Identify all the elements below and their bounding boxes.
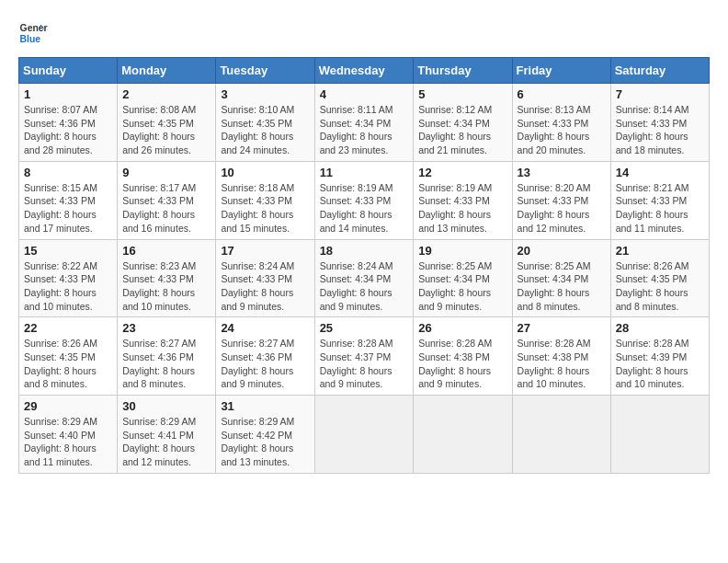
calendar-cell: 19 Sunrise: 8:25 AM Sunset: 4:34 PM Dayl… [414,239,512,317]
day-number: 28 [616,321,704,335]
week-row-4: 22 Sunrise: 8:26 AM Sunset: 4:35 PM Dayl… [19,317,710,396]
sunset-label: Sunset: 4:34 PM [418,118,490,129]
sunrise-label: Sunrise: 8:26 AM [24,338,97,349]
day-info: Sunrise: 8:11 AM Sunset: 4:34 PM Dayligh… [320,103,409,157]
calendar-cell: 16 Sunrise: 8:23 AM Sunset: 4:33 PM Dayl… [118,239,216,317]
daylight-label: Daylight: 8 hours and 11 minutes. [616,209,688,234]
sunset-label: Sunset: 4:35 PM [616,273,688,284]
sunrise-label: Sunrise: 8:08 AM [122,104,196,115]
day-number: 25 [320,321,409,335]
day-number: 19 [418,244,506,258]
day-number: 27 [518,321,606,335]
svg-text:Blue: Blue [20,34,41,44]
sunrise-label: Sunrise: 8:25 AM [518,260,591,271]
sunset-label: Sunset: 4:38 PM [518,351,589,362]
calendar-cell: 28 Sunrise: 8:28 AM Sunset: 4:39 PM Dayl… [610,317,709,396]
header: General Blue [18,18,710,48]
daylight-label: Daylight: 8 hours and 10 minutes. [122,287,195,312]
sunrise-label: Sunrise: 8:12 AM [418,104,492,115]
calendar-cell [512,396,610,474]
day-number: 3 [221,87,309,101]
sunrise-label: Sunrise: 8:29 AM [24,416,97,427]
day-number: 31 [221,399,309,413]
sunrise-label: Sunrise: 8:17 AM [122,182,196,193]
day-header-thursday: Thursday [414,58,512,84]
day-number: 16 [122,244,210,258]
calendar-cell: 4 Sunrise: 8:11 AM Sunset: 4:34 PM Dayli… [314,84,414,162]
calendar-cell: 2 Sunrise: 8:08 AM Sunset: 4:35 PM Dayli… [118,84,216,162]
day-info: Sunrise: 8:24 AM Sunset: 4:33 PM Dayligh… [221,259,309,314]
day-info: Sunrise: 8:28 AM Sunset: 4:38 PM Dayligh… [418,337,506,391]
day-number: 12 [418,166,506,179]
week-row-3: 15 Sunrise: 8:22 AM Sunset: 4:33 PM Dayl… [19,239,710,317]
daylight-label: Daylight: 8 hours and 18 minutes. [616,131,688,155]
calendar-cell: 31 Sunrise: 8:29 AM Sunset: 4:42 PM Dayl… [216,396,314,474]
day-info: Sunrise: 8:19 AM Sunset: 4:33 PM Dayligh… [320,181,409,236]
sunrise-label: Sunrise: 8:22 AM [24,260,97,271]
daylight-label: Daylight: 8 hours and 23 minutes. [320,131,392,155]
calendar-cell: 29 Sunrise: 8:29 AM Sunset: 4:40 PM Dayl… [19,396,118,474]
day-info: Sunrise: 8:07 AM Sunset: 4:36 PM Dayligh… [24,103,112,157]
calendar-cell: 30 Sunrise: 8:29 AM Sunset: 4:41 PM Dayl… [118,396,216,474]
calendar-cell: 15 Sunrise: 8:22 AM Sunset: 4:33 PM Dayl… [19,239,118,317]
sunrise-label: Sunrise: 8:24 AM [320,260,393,271]
sunrise-label: Sunrise: 8:25 AM [418,260,492,271]
sunrise-label: Sunrise: 8:21 AM [616,182,689,193]
sunset-label: Sunset: 4:38 PM [418,351,490,362]
daylight-label: Daylight: 8 hours and 8 minutes. [616,287,688,312]
sunrise-label: Sunrise: 8:28 AM [418,338,492,349]
day-info: Sunrise: 8:23 AM Sunset: 4:33 PM Dayligh… [122,259,210,314]
week-row-5: 29 Sunrise: 8:29 AM Sunset: 4:40 PM Dayl… [19,396,710,474]
sunset-label: Sunset: 4:34 PM [418,273,490,284]
sunset-label: Sunset: 4:42 PM [221,430,292,441]
calendar-cell: 20 Sunrise: 8:25 AM Sunset: 4:34 PM Dayl… [512,239,610,317]
day-number: 10 [221,166,309,179]
calendar-cell [314,396,414,474]
daylight-label: Daylight: 8 hours and 9 minutes. [418,365,491,390]
day-info: Sunrise: 8:28 AM Sunset: 4:39 PM Dayligh… [616,337,704,391]
calendar-cell: 8 Sunrise: 8:15 AM Sunset: 4:33 PM Dayli… [19,161,118,239]
sunset-label: Sunset: 4:37 PM [320,351,392,362]
calendar-cell: 12 Sunrise: 8:19 AM Sunset: 4:33 PM Dayl… [414,161,512,239]
day-number: 15 [24,244,112,258]
daylight-label: Daylight: 8 hours and 12 minutes. [122,442,195,467]
day-info: Sunrise: 8:10 AM Sunset: 4:35 PM Dayligh… [221,103,309,157]
daylight-label: Daylight: 8 hours and 26 minutes. [122,131,195,155]
day-header-sunday: Sunday [19,58,118,84]
day-number: 18 [320,244,409,258]
sunrise-label: Sunrise: 8:13 AM [518,104,591,115]
calendar-cell: 21 Sunrise: 8:26 AM Sunset: 4:35 PM Dayl… [610,239,709,317]
day-info: Sunrise: 8:19 AM Sunset: 4:33 PM Dayligh… [418,181,506,236]
sunset-label: Sunset: 4:33 PM [616,195,688,206]
sunset-label: Sunset: 4:33 PM [122,195,194,206]
day-header-monday: Monday [118,58,216,84]
sunset-label: Sunset: 4:34 PM [518,273,589,284]
sunrise-label: Sunrise: 8:11 AM [320,104,393,115]
day-info: Sunrise: 8:08 AM Sunset: 4:35 PM Dayligh… [122,103,210,157]
daylight-label: Daylight: 8 hours and 13 minutes. [418,209,491,234]
day-number: 11 [320,166,409,179]
daylight-label: Daylight: 8 hours and 10 minutes. [616,365,688,390]
calendar-cell: 23 Sunrise: 8:27 AM Sunset: 4:36 PM Dayl… [118,317,216,396]
day-info: Sunrise: 8:18 AM Sunset: 4:33 PM Dayligh… [221,181,309,236]
calendar: SundayMondayTuesdayWednesdayThursdayFrid… [18,57,710,474]
daylight-label: Daylight: 8 hours and 20 minutes. [518,131,590,155]
day-number: 7 [616,87,704,101]
sunset-label: Sunset: 4:33 PM [418,195,490,206]
day-number: 6 [518,87,606,101]
calendar-cell: 25 Sunrise: 8:28 AM Sunset: 4:37 PM Dayl… [314,317,414,396]
day-header-friday: Friday [512,58,610,84]
sunset-label: Sunset: 4:34 PM [320,273,392,284]
day-info: Sunrise: 8:17 AM Sunset: 4:33 PM Dayligh… [122,181,210,236]
calendar-cell: 6 Sunrise: 8:13 AM Sunset: 4:33 PM Dayli… [512,84,610,162]
day-number: 13 [518,166,606,179]
sunrise-label: Sunrise: 8:07 AM [24,104,97,115]
day-info: Sunrise: 8:21 AM Sunset: 4:33 PM Dayligh… [616,181,704,236]
day-number: 22 [24,321,112,335]
sunset-label: Sunset: 4:33 PM [221,273,292,284]
sunrise-label: Sunrise: 8:27 AM [122,338,196,349]
sunset-label: Sunset: 4:41 PM [122,430,194,441]
sunset-label: Sunset: 4:35 PM [221,118,292,129]
day-number: 17 [221,244,309,258]
daylight-label: Daylight: 8 hours and 10 minutes. [518,365,590,390]
